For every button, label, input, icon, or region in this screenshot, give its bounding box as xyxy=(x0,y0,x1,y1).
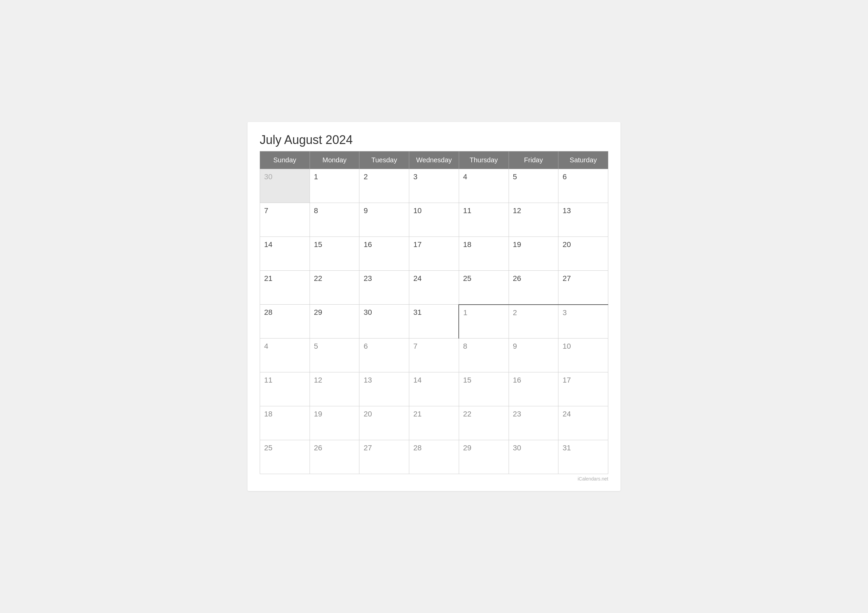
calendar-cell: 17 xyxy=(409,237,459,271)
day-number: 9 xyxy=(363,206,367,215)
calendar-cell: 7 xyxy=(409,339,459,372)
calendar-cell: 25 xyxy=(260,440,310,474)
calendar-cell: 24 xyxy=(409,271,459,305)
calendar-cell: 5 xyxy=(310,339,360,372)
calendar-cell: 3 xyxy=(409,169,459,203)
calendar-cell: 30 xyxy=(260,169,310,203)
day-number: 17 xyxy=(563,376,570,384)
calendar-cell: 2 xyxy=(360,169,409,203)
calendar-cell: 15 xyxy=(310,237,360,271)
day-number: 25 xyxy=(463,274,471,283)
calendar-cell: 23 xyxy=(360,271,409,305)
day-number: 11 xyxy=(264,376,272,384)
day-number: 12 xyxy=(513,206,521,215)
calendar-cell: 1 xyxy=(310,169,360,203)
day-number: 5 xyxy=(513,172,517,181)
calendar-cell: 29 xyxy=(459,440,508,474)
calendar-row: 45678910 xyxy=(260,339,608,372)
calendar-row: 21222324252627 xyxy=(260,271,608,305)
day-number: 21 xyxy=(264,274,272,283)
calendar-row: 25262728293031 xyxy=(260,440,608,474)
calendar-cell: 21 xyxy=(409,406,459,440)
calendar-row: 14151617181920 xyxy=(260,237,608,271)
calendar-cell: 1 xyxy=(459,305,508,339)
day-number: 29 xyxy=(463,444,471,452)
calendar-cell: 25 xyxy=(459,271,508,305)
day-number: 3 xyxy=(413,172,417,181)
day-number: 8 xyxy=(463,342,467,350)
day-number: 19 xyxy=(314,410,322,418)
header-row: SundayMondayTuesdayWednesdayThursdayFrid… xyxy=(260,152,608,169)
calendar-cell: 22 xyxy=(310,271,360,305)
header-cell-sunday: Sunday xyxy=(260,152,310,169)
calendar-cell: 26 xyxy=(508,271,558,305)
watermark: iCalendars.net xyxy=(260,476,608,481)
calendar-cell: 27 xyxy=(360,440,409,474)
day-number: 26 xyxy=(314,444,322,452)
calendar-cell: 8 xyxy=(459,339,508,372)
day-number: 8 xyxy=(314,206,318,215)
day-number: 4 xyxy=(463,172,467,181)
day-number: 28 xyxy=(264,308,272,316)
calendar-cell: 8 xyxy=(310,203,360,237)
day-number: 1 xyxy=(314,172,318,181)
day-number: 31 xyxy=(413,308,422,316)
calendar-cell: 22 xyxy=(459,406,508,440)
day-number: 20 xyxy=(363,410,372,418)
calendar-cell: 5 xyxy=(508,169,558,203)
calendar-cell: 12 xyxy=(310,372,360,406)
day-number: 14 xyxy=(413,376,422,384)
calendar-cell: 18 xyxy=(260,406,310,440)
header-cell-saturday: Saturday xyxy=(558,152,608,169)
calendar-cell: 27 xyxy=(558,271,608,305)
day-number: 15 xyxy=(463,376,471,384)
day-number: 21 xyxy=(413,410,422,418)
day-number: 12 xyxy=(314,376,322,384)
day-number: 1 xyxy=(463,308,467,317)
calendar-cell: 30 xyxy=(360,305,409,339)
calendar-cell: 20 xyxy=(558,237,608,271)
day-number: 30 xyxy=(513,444,521,452)
day-number: 16 xyxy=(363,240,372,249)
calendar-cell: 23 xyxy=(508,406,558,440)
day-number: 30 xyxy=(363,308,372,316)
calendar-row: 30123456 xyxy=(260,169,608,203)
day-number: 4 xyxy=(264,342,268,350)
day-number: 27 xyxy=(363,444,372,452)
day-number: 9 xyxy=(513,342,517,350)
calendar-cell: 28 xyxy=(409,440,459,474)
calendar-row: 78910111213 xyxy=(260,203,608,237)
day-number: 23 xyxy=(513,410,521,418)
calendar-cell: 26 xyxy=(310,440,360,474)
day-number: 24 xyxy=(413,274,422,283)
calendar-body: 3012345678910111213141516171819202122232… xyxy=(260,169,608,474)
calendar-cell: 6 xyxy=(558,169,608,203)
calendar-title: July August 2024 xyxy=(260,133,608,147)
day-number: 26 xyxy=(513,274,521,283)
header-cell-tuesday: Tuesday xyxy=(360,152,409,169)
calendar-cell: 6 xyxy=(360,339,409,372)
day-number: 10 xyxy=(563,342,570,350)
calendar-cell: 18 xyxy=(459,237,508,271)
calendar-cell: 30 xyxy=(508,440,558,474)
calendar-container: July August 2024 SundayMondayTuesdayWedn… xyxy=(248,122,620,491)
day-number: 28 xyxy=(413,444,422,452)
day-number: 7 xyxy=(413,342,417,350)
calendar-cell: 13 xyxy=(558,203,608,237)
day-number: 27 xyxy=(563,274,570,283)
calendar-cell: 29 xyxy=(310,305,360,339)
calendar-cell: 17 xyxy=(558,372,608,406)
calendar-cell: 24 xyxy=(558,406,608,440)
day-number: 14 xyxy=(264,240,272,249)
day-number: 22 xyxy=(463,410,471,418)
day-number: 5 xyxy=(314,342,318,350)
day-number: 13 xyxy=(363,376,372,384)
calendar-cell: 10 xyxy=(409,203,459,237)
calendar-cell: 19 xyxy=(310,406,360,440)
calendar-cell: 20 xyxy=(360,406,409,440)
calendar-cell: 14 xyxy=(260,237,310,271)
day-number: 7 xyxy=(264,206,268,215)
calendar-cell: 28 xyxy=(260,305,310,339)
day-number: 22 xyxy=(314,274,322,283)
calendar-cell: 9 xyxy=(360,203,409,237)
